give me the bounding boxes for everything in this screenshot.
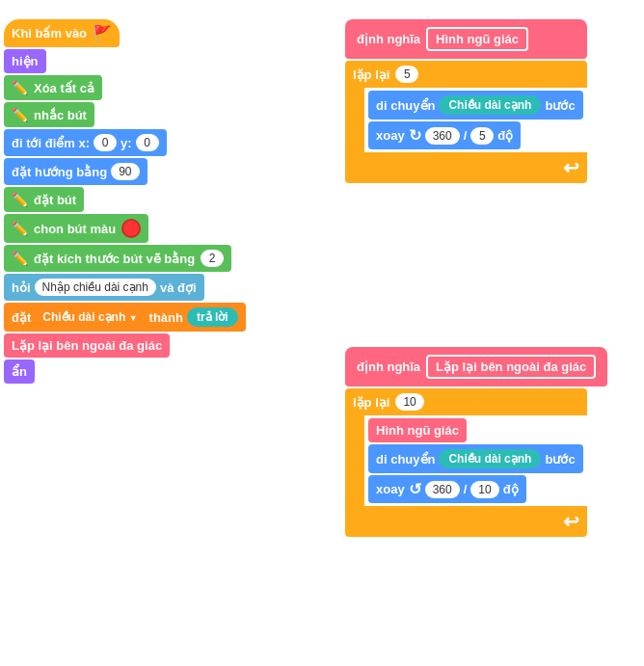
x-input[interactable]: 0 — [94, 134, 117, 151]
color-swatch[interactable] — [121, 219, 141, 238]
dat-label: đặt — [12, 310, 31, 325]
dat-huong-block: đặt hướng bằng 90 — [4, 158, 148, 185]
lap-lai-label: lặp lại — [353, 67, 389, 82]
pencil-icon5: ✏️ — [12, 251, 28, 266]
chon-but-mau-block: ✏️ chon bút màu — [4, 214, 148, 243]
val-360-bot[interactable]: 360 — [425, 481, 460, 498]
hien-label: hiện — [12, 54, 39, 68]
an-block: ẩn — [4, 360, 35, 384]
lap-val-10[interactable]: 10 — [395, 393, 423, 411]
xoay-label: xoay — [376, 128, 405, 143]
nhac-but-label: nhắc bút — [34, 108, 87, 122]
lap-val-5[interactable]: 5 — [395, 66, 418, 83]
lap-lai-ngoai-label: Lặp lại bên ngoài đa giác — [12, 338, 162, 353]
va-doi-label: và đợi — [160, 280, 197, 295]
do-label-bot: độ — [503, 482, 519, 496]
hien-block: hiện — [4, 49, 46, 73]
nhap-chieu-input[interactable]: Nhập chiều dài cạnh — [35, 279, 156, 296]
dat-bien-block: đặt Chiều dài cạnh ▼ thành trả lời — [4, 303, 246, 332]
xoa-label: Xóa tất cả — [34, 81, 94, 95]
di-chuyen-block-top: di chuyển Chiều dài cạnh bước — [368, 91, 583, 120]
dat-huong-label: đặt hướng bằng — [12, 165, 107, 179]
di-chuyen-label-b: di chuyển — [376, 452, 435, 466]
event-hat-block: Khi bấm vào 🚩 — [4, 19, 120, 47]
hinh-ngu-giac-def: Hình ngũ giác — [426, 27, 528, 51]
dat-kich-thuoc-block: ✏️ đặt kích thước bút vẽ bằng 2 — [4, 245, 231, 272]
do-label-top: độ — [497, 128, 513, 143]
loop-5-block: lặp lại 5 di chuyển Chiều dài cạnh bước … — [345, 61, 587, 183]
loop-arrow-icon: ↩ — [563, 156, 579, 179]
val-10-div[interactable]: 10 — [470, 481, 498, 498]
slash-top: / — [464, 128, 468, 143]
chon-but-mau-label: chon bút màu — [34, 222, 116, 236]
di-toi-label: đi tới điểm x: — [12, 136, 90, 150]
di-chuyen-label: di chuyển — [376, 98, 435, 113]
val-360-top[interactable]: 360 — [425, 127, 460, 145]
hinh-ngu-giac-call-block: Hình ngũ giác — [368, 418, 467, 442]
kich-thuoc-input[interactable]: 2 — [201, 250, 224, 267]
val-5-div[interactable]: 5 — [470, 127, 494, 145]
lap-lai-label-b: lặp lại — [353, 395, 389, 410]
lap-lai-ngoai-def: Lặp lại bên ngoài đa giác — [426, 355, 596, 379]
define-block-top: định nghĩa Hình ngũ giác — [345, 19, 587, 59]
dinh-nghia-label-b: định nghĩa — [357, 360, 420, 374]
chieu-dai-canh-oval-b[interactable]: Chiều dài cạnh — [439, 449, 541, 468]
buoc-label-b: bước — [545, 452, 575, 466]
y-label: y: — [121, 136, 132, 150]
tra-loi-input[interactable]: trả lời — [187, 307, 238, 327]
dat-kich-thuoc-label: đặt kích thước bút vẽ bằng — [34, 252, 195, 266]
chieu-dai-canh-var[interactable]: Chiều dài cạnh ▼ — [35, 308, 145, 326]
define-block-bottom: định nghĩa Lặp lại bên ngoài đa giác — [345, 347, 607, 386]
dat-but-block: ✏️ đặt bút — [4, 187, 84, 212]
nhac-but-block: ✏️ nhắc bút — [4, 102, 94, 127]
hoi-label: hỏi — [12, 280, 31, 295]
dropdown-arrow-icon: ▼ — [129, 313, 138, 323]
rotate-ccw-icon: ↺ — [409, 480, 421, 498]
event-label: Khi bấm vào — [12, 26, 87, 40]
pencil-icon3: ✏️ — [12, 192, 28, 207]
dinh-nghia-label: định nghĩa — [357, 32, 420, 46]
pencil-icon: ✏️ — [12, 80, 28, 95]
hinh-ngu-giac-call-label: Hình ngũ giác — [376, 423, 459, 438]
an-label: ẩn — [12, 364, 27, 379]
di-toi-block: đi tới điểm x: 0 y: 0 — [4, 129, 167, 156]
y-input[interactable]: 0 — [136, 134, 159, 151]
chieu-dai-canh-oval[interactable]: Chiều dài cạnh — [439, 95, 541, 115]
xoay-block-bot: xoay ↺ 360 / 10 độ — [368, 475, 526, 503]
loop-10-block: lặp lại 10 Hình ngũ giác di chuyển Chiều… — [345, 388, 587, 537]
slash-bot: / — [464, 482, 468, 496]
rotate-cw-icon: ↻ — [409, 126, 421, 145]
xoay-label-b: xoay — [376, 482, 405, 496]
loop-arrow-icon-b: ↩ — [563, 510, 579, 533]
buoc-label: bước — [545, 98, 575, 113]
lap-lai-ngoai-block: Lặp lại bên ngoài đa giác — [4, 333, 170, 358]
dat-but-label: đặt bút — [34, 193, 76, 207]
xoa-tat-ca-block: ✏️ Xóa tất cả — [4, 75, 102, 100]
pencil-icon4: ✏️ — [12, 221, 28, 236]
xoay-block-top: xoay ↻ 360 / 5 độ — [368, 121, 521, 149]
huong-input[interactable]: 90 — [111, 163, 139, 180]
di-chuyen-block-bot: di chuyển Chiều dài cạnh bước — [368, 444, 583, 473]
thanh-label: thành — [149, 310, 183, 325]
pencil-icon2: ✏️ — [12, 107, 28, 122]
hoi-block: hỏi Nhập chiều dài cạnh và đợi — [4, 274, 204, 301]
flag-icon: 🚩 — [93, 24, 112, 42]
